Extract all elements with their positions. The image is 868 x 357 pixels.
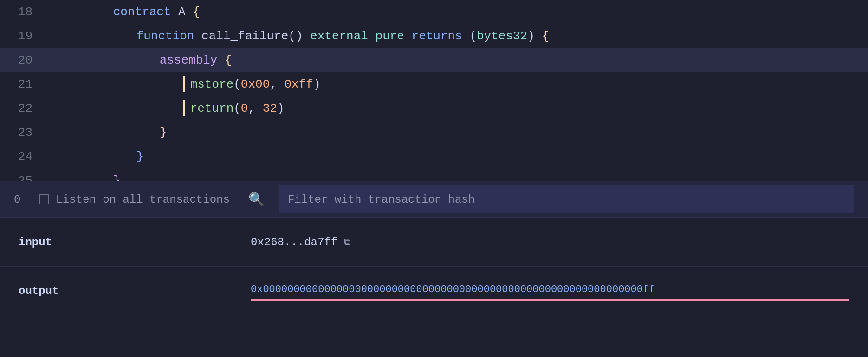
input-row: input 0x268...da7ff ⧉ — [0, 218, 868, 267]
copy-icon[interactable]: ⧉ — [344, 237, 350, 248]
listen-checkbox[interactable] — [39, 194, 49, 204]
line-number-18: 18 — [0, 0, 46, 24]
output-value-container: 0x00000000000000000000000000000000000000… — [251, 284, 849, 298]
output-value: 0x00000000000000000000000000000000000000… — [251, 284, 655, 295]
output-label: output — [19, 285, 111, 297]
line-number-23: 23 — [0, 121, 46, 145]
data-panel: input 0x268...da7ff ⧉ output 0x000000000… — [0, 218, 868, 315]
line-number-20: 20 — [0, 48, 46, 72]
transaction-count: 0 — [14, 193, 20, 206]
code-editor: 18 contract A { 19 function call_failure… — [0, 0, 868, 181]
line-number-25: 25 — [0, 169, 46, 181]
line-content-25: } — [46, 145, 868, 181]
line-number-21: 21 — [0, 72, 46, 96]
line-number-19: 19 — [0, 24, 46, 48]
output-error-underline — [251, 299, 849, 301]
line-number-22: 22 — [0, 96, 46, 121]
toolbar: 0 Listen on all transactions 🔍 — [0, 181, 868, 218]
line-number-24: 24 — [0, 145, 46, 169]
listen-label: Listen on all transactions — [56, 193, 229, 206]
token: } — [113, 174, 121, 181]
input-value-container: 0x268...da7ff ⧉ — [251, 236, 849, 249]
input-label: input — [19, 236, 111, 249]
output-row: output 0x0000000000000000000000000000000… — [0, 267, 868, 315]
search-icon[interactable]: 🔍 — [248, 191, 265, 207]
input-value: 0x268...da7ff — [251, 236, 337, 249]
listen-all-transactions-area[interactable]: Listen on all transactions — [39, 193, 229, 206]
code-line-25: 25 } — [0, 169, 868, 181]
filter-input[interactable] — [279, 185, 854, 213]
